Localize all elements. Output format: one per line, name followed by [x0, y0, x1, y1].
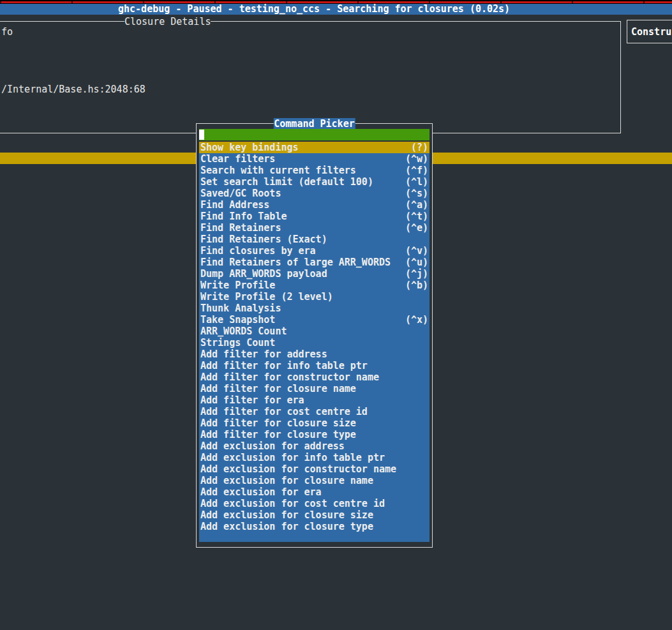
- command-shortcut: (^b): [405, 280, 428, 291]
- command-list-item[interactable]: Saved/GC Roots (^s): [199, 188, 429, 199]
- command-shortcut: (^x): [405, 314, 428, 326]
- command-list-item[interactable]: Add filter for closure size: [199, 417, 429, 429]
- command-label: Add filter for constructor name: [200, 371, 379, 383]
- closure-details-panel: Closure Details fo /Internal/Base.hs:204…: [0, 21, 621, 133]
- command-label: Add exclusion for constructor name: [200, 463, 396, 475]
- command-list-item[interactable]: Add exclusion for address: [199, 440, 429, 452]
- command-list-item[interactable]: Add exclusion for cost centre id: [199, 498, 429, 509]
- command-label: Add exclusion for closure type: [200, 521, 373, 532]
- command-label: Add exclusion for info table ptr: [200, 452, 385, 463]
- command-list-item[interactable]: ARR_WORDS Count: [199, 326, 429, 337]
- command-list-item[interactable]: Add filter for address: [199, 349, 429, 360]
- command-list-item[interactable]: Clear filters (^w): [199, 153, 429, 165]
- command-label: Add filter for closure type: [200, 429, 356, 440]
- command-list-item[interactable]: Find Retainers (Exact): [199, 234, 429, 245]
- command-list-item[interactable]: Show key bindings (?): [199, 142, 429, 153]
- command-list-item[interactable]: Add filter for constructor name: [199, 371, 429, 383]
- command-list-item[interactable]: Add filter for closure type: [199, 429, 429, 440]
- command-label: Add filter for closure name: [200, 383, 356, 394]
- command-shortcut: (^t): [405, 211, 428, 222]
- command-label: Find Retainers (Exact): [200, 234, 327, 245]
- command-list-item[interactable]: Write Profile (2 level): [199, 291, 429, 303]
- command-label: ARR_WORDS Count: [200, 326, 287, 337]
- closure-source-location: /Internal/Base.hs:2048:68: [1, 84, 146, 95]
- command-list-item[interactable]: Strings Count: [199, 337, 429, 349]
- command-list-item[interactable]: Search with current filters (^f): [199, 165, 429, 176]
- command-label: Write Profile: [200, 280, 275, 291]
- closure-details-title: Closure Details: [124, 16, 211, 27]
- command-list-item[interactable]: Write Profile (^b): [199, 280, 429, 291]
- command-picker-dialog: Command Picker Show key bindings (?) Cle…: [196, 123, 433, 548]
- command-shortcut: (^u): [405, 257, 428, 268]
- command-list-item[interactable]: Add exclusion for closure name: [199, 475, 429, 486]
- command-shortcut: (^a): [405, 199, 428, 211]
- command-list-item[interactable]: Find Address (^a): [199, 199, 429, 211]
- command-label: Find Retainers: [200, 222, 281, 234]
- app-title-bar: ghc-debug - Paused - testing_no_ccs - Se…: [0, 4, 672, 15]
- command-label: Add filter for info table ptr: [200, 360, 368, 371]
- command-list-item[interactable]: Add exclusion for era: [199, 486, 429, 498]
- command-shortcut: (^e): [405, 222, 428, 234]
- command-list-item[interactable]: Add exclusion for constructor name: [199, 463, 429, 475]
- command-label: Add exclusion for cost centre id: [200, 498, 385, 509]
- command-label: Add filter for cost centre id: [200, 406, 368, 417]
- command-label: Search with current filters: [200, 165, 356, 176]
- command-label: Dump ARR_WORDS payload: [200, 268, 327, 280]
- command-label: Write Profile (2 level): [200, 291, 333, 303]
- command-label: Add filter for address: [200, 349, 327, 360]
- command-shortcut: (?): [411, 142, 428, 153]
- app-title: ghc-debug - Paused - testing_no_ccs - Se…: [118, 4, 510, 15]
- command-label: Add exclusion for era: [200, 486, 322, 498]
- command-label: Find Address: [200, 199, 269, 211]
- command-list-item[interactable]: Add filter for info table ptr: [199, 360, 429, 371]
- command-label: Add exclusion for closure name: [200, 475, 373, 486]
- command-label: Thunk Analysis: [200, 303, 281, 314]
- command-label: Saved/GC Roots: [200, 188, 281, 199]
- command-list-item[interactable]: Dump ARR_WORDS payload (^j): [199, 268, 429, 280]
- command-list: Show key bindings (?) Clear filters (^w)…: [199, 142, 429, 542]
- command-label: Add exclusion for address: [200, 440, 345, 452]
- command-list-item[interactable]: Add filter for cost centre id: [199, 406, 429, 417]
- command-search-input[interactable]: [199, 129, 429, 140]
- command-label: Find Retainers of large ARR_WORDS: [200, 257, 391, 268]
- command-list-item[interactable]: Find Retainers of large ARR_WORDS (^u): [199, 257, 429, 268]
- command-list-item[interactable]: Add exclusion for info table ptr: [199, 452, 429, 463]
- command-label: Show key bindings: [200, 142, 299, 153]
- terminal-screen: ghc-debug - Paused - testing_no_ccs - Se…: [0, 0, 672, 630]
- command-list-item[interactable]: Add filter for closure name: [199, 383, 429, 394]
- command-shortcut: (^v): [405, 245, 428, 257]
- command-list-item[interactable]: Find Retainers (^e): [199, 222, 429, 234]
- command-list-item[interactable]: Add filter for era: [199, 394, 429, 406]
- command-shortcut: (^s): [405, 188, 428, 199]
- command-shortcut: (^w): [405, 153, 428, 165]
- constructor-panel-label: Construc: [631, 26, 672, 38]
- command-shortcut: (^l): [405, 176, 428, 188]
- command-shortcut: (^f): [405, 165, 428, 176]
- command-picker-title: Command Picker: [273, 118, 355, 130]
- constructor-panel: Construc: [627, 20, 672, 43]
- command-label: Find Info Table: [200, 211, 287, 222]
- command-list-item[interactable]: Thunk Analysis: [199, 303, 429, 314]
- command-label: Add filter for era: [200, 394, 304, 406]
- command-list-item[interactable]: Find Info Table (^t): [199, 211, 429, 222]
- command-label: Take Snapshot: [200, 314, 275, 326]
- command-list-item[interactable]: Find closures by era (^v): [199, 245, 429, 257]
- command-label: Add filter for closure size: [200, 417, 356, 429]
- command-list-item[interactable]: Set search limit (default 100) (^l): [199, 176, 429, 188]
- text-cursor: [199, 130, 204, 140]
- command-label: Add exclusion for closure size: [200, 509, 373, 521]
- command-list-item[interactable]: Take Snapshot (^x): [199, 314, 429, 326]
- command-label: Clear filters: [200, 153, 275, 165]
- command-label: Strings Count: [200, 337, 275, 349]
- command-list-item[interactable]: Add exclusion for closure size: [199, 509, 429, 521]
- command-shortcut: (^j): [405, 268, 428, 280]
- command-list-item[interactable]: Add exclusion for closure type: [199, 521, 429, 532]
- command-label: Find closures by era: [200, 245, 316, 257]
- command-label: Set search limit (default 100): [200, 176, 373, 188]
- closure-info-line: fo: [1, 26, 13, 38]
